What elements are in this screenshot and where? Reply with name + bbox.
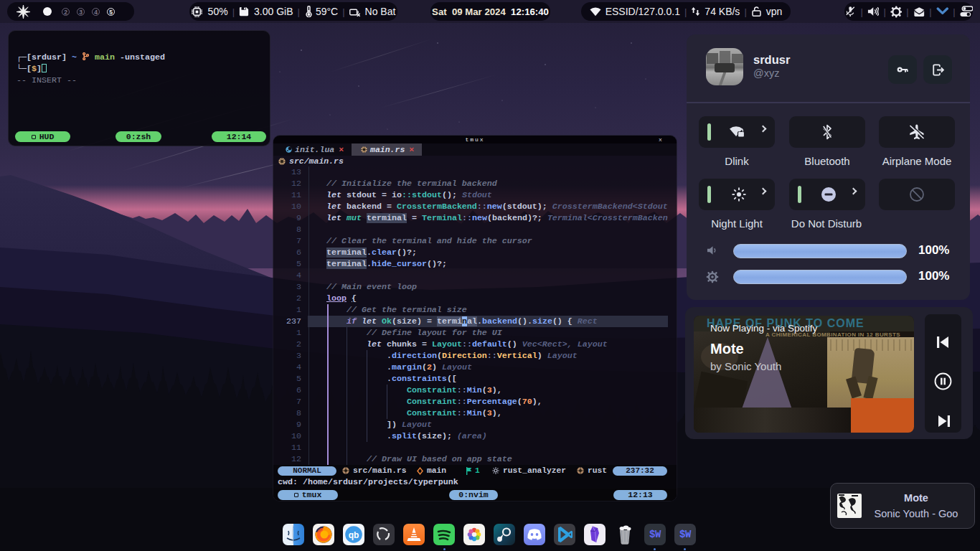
svg-text:qb: qb: [349, 530, 359, 540]
